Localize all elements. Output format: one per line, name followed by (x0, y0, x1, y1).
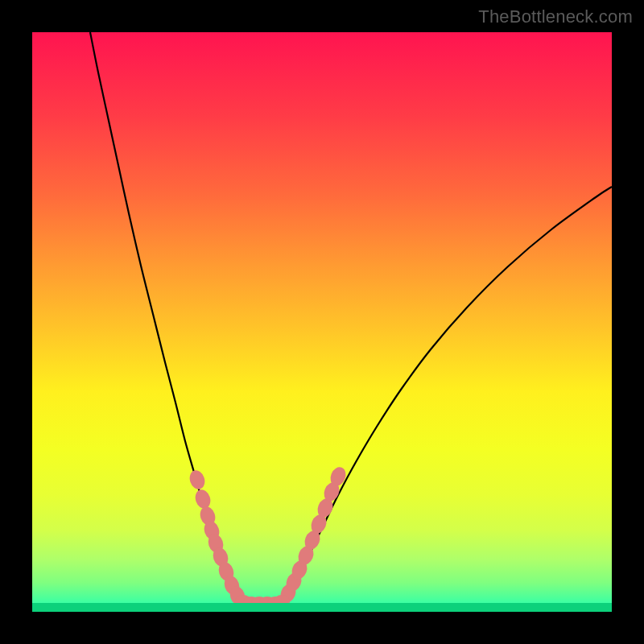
plot-area (32, 32, 612, 612)
watermark-text: TheBottleneck.com (478, 6, 633, 27)
bead (193, 488, 213, 510)
curve-svg (32, 32, 612, 612)
bottleneck-right-curve (282, 187, 612, 601)
bead-group (188, 465, 349, 609)
chart-frame: TheBottleneck.com (0, 0, 644, 644)
green-bar (32, 603, 612, 612)
bottleneck-left-curve (90, 32, 242, 601)
bead (188, 469, 208, 491)
